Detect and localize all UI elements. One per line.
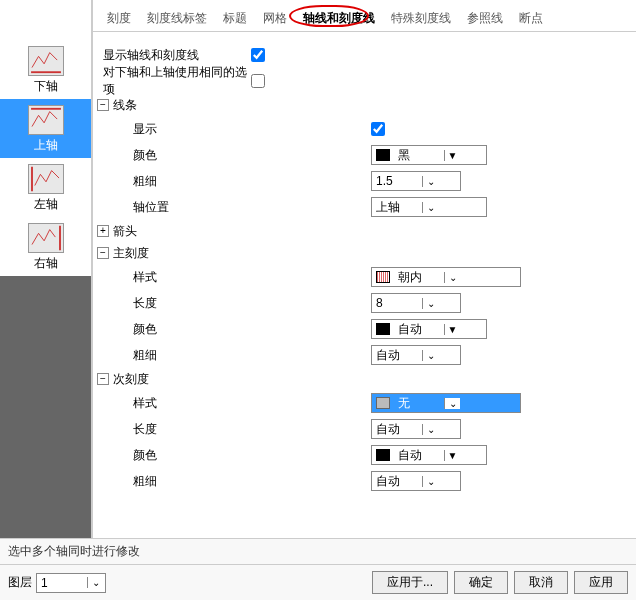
footer-bar: 图层 1 ⌄ 应用于... 确定 取消 应用	[0, 564, 636, 600]
color-swatch-icon	[376, 323, 390, 335]
top-axis-icon	[28, 105, 64, 135]
expand-toggle-arrow[interactable]: +	[97, 225, 109, 237]
tab-special-ticks[interactable]: 特殊刻度线	[383, 6, 459, 31]
color-swatch-icon	[376, 449, 390, 461]
sidebar-item-label: 左轴	[34, 196, 58, 213]
section-minor: − 次刻度	[97, 368, 626, 390]
tick-style-icon	[376, 397, 390, 409]
major-len-combo[interactable]: 8 ⌄	[371, 293, 461, 313]
tab-reference-lines[interactable]: 参照线	[459, 6, 511, 31]
axis-pos-combo[interactable]: 上轴 ⌄	[371, 197, 487, 217]
chevron-down-icon: ▼	[444, 324, 460, 335]
sidebar-item-label: 上轴	[34, 137, 58, 154]
axis-pos-label: 轴位置	[133, 199, 253, 216]
line-color-combo[interactable]: 黑 ▼	[371, 145, 487, 165]
major-weight-combo[interactable]: 自动 ⌄	[371, 345, 461, 365]
section-minor-label: 次刻度	[113, 371, 149, 388]
combo-text: 1	[37, 576, 87, 590]
row-arrow: + 箭头	[97, 220, 626, 242]
combo-text: 黑	[394, 147, 444, 164]
chevron-down-icon: ⌄	[422, 350, 438, 361]
combo-text: 自动	[394, 447, 444, 464]
collapse-toggle-line[interactable]: −	[97, 99, 109, 111]
chevron-down-icon: ⌄	[422, 476, 438, 487]
show-axes-label: 显示轴线和刻度线	[97, 47, 217, 64]
collapse-toggle-major[interactable]: −	[97, 247, 109, 259]
sidebar-item-right-axis[interactable]: 右轴	[0, 217, 91, 276]
line-show-label: 显示	[133, 121, 253, 138]
tab-line-ticks[interactable]: 轴线和刻度线	[295, 6, 383, 31]
row-same-options: 对下轴和上轴使用相同的选项	[97, 68, 626, 94]
footer-right: 应用于... 确定 取消 应用	[372, 571, 628, 594]
minor-len-combo[interactable]: 自动 ⌄	[371, 419, 461, 439]
main-area: 下轴 上轴 左轴 右轴	[0, 0, 636, 538]
sidebar-item-left-axis[interactable]: 左轴	[0, 158, 91, 217]
show-axes-checkbox[interactable]	[251, 48, 265, 62]
minor-color-combo[interactable]: 自动 ▼	[371, 445, 487, 465]
minor-color-label: 颜色	[133, 447, 253, 464]
ok-button[interactable]: 确定	[454, 571, 508, 594]
minor-weight-label: 粗细	[133, 473, 253, 490]
bottom-axis-icon	[28, 46, 64, 76]
major-color-label: 颜色	[133, 321, 253, 338]
chevron-down-icon: ▼	[444, 150, 460, 161]
arrow-label: 箭头	[113, 223, 137, 240]
sidebar-item-bottom-axis[interactable]: 下轴	[0, 40, 91, 99]
layer-combo[interactable]: 1 ⌄	[36, 573, 106, 593]
sidebar-item-label: 下轴	[34, 78, 58, 95]
same-options-label: 对下轴和上轴使用相同的选项	[97, 64, 251, 98]
chevron-down-icon: ⌄	[87, 577, 103, 588]
line-weight-label: 粗细	[133, 173, 253, 190]
minor-style-label: 样式	[133, 395, 253, 412]
line-weight-combo[interactable]: 1.5 ⌄	[371, 171, 461, 191]
tab-scale[interactable]: 刻度	[99, 6, 139, 31]
collapse-toggle-minor[interactable]: −	[97, 373, 109, 385]
major-color-combo[interactable]: 自动 ▼	[371, 319, 487, 339]
layer-label: 图层	[8, 574, 32, 591]
line-show-checkbox[interactable]	[371, 122, 385, 136]
major-style-combo[interactable]: 朝内 ⌄	[371, 267, 521, 287]
apply-to-button[interactable]: 应用于...	[372, 571, 448, 594]
tab-grid[interactable]: 网格	[255, 6, 295, 31]
combo-text: 自动	[372, 421, 422, 438]
sidebar-item-label: 右轴	[34, 255, 58, 272]
chevron-down-icon: ⌄	[422, 176, 438, 187]
settings-panel: 显示轴线和刻度线 对下轴和上轴使用相同的选项 − 线条 显示	[93, 32, 636, 538]
cancel-button[interactable]: 取消	[514, 571, 568, 594]
chevron-down-icon: ⌄	[422, 424, 438, 435]
combo-text: 自动	[394, 321, 444, 338]
tab-breaks[interactable]: 断点	[511, 6, 551, 31]
section-major: − 主刻度	[97, 242, 626, 264]
color-swatch-icon	[376, 149, 390, 161]
sidebar-item-top-axis[interactable]: 上轴	[0, 99, 91, 158]
minor-weight-combo[interactable]: 自动 ⌄	[371, 471, 461, 491]
combo-text: 8	[372, 296, 422, 310]
apply-button[interactable]: 应用	[574, 571, 628, 594]
line-color-label: 颜色	[133, 147, 253, 164]
footer-left: 图层 1 ⌄	[8, 573, 106, 593]
minor-len-label: 长度	[133, 421, 253, 438]
chevron-down-icon: ⌄	[444, 272, 460, 283]
chevron-down-icon: ⌄	[422, 298, 438, 309]
footer-hint: 选中多个轴同时进行修改	[0, 538, 636, 564]
major-weight-label: 粗细	[133, 347, 253, 364]
minor-style-combo[interactable]: 无 ⌄	[371, 393, 521, 413]
axis-list: 下轴 上轴 左轴 右轴	[0, 40, 91, 276]
tab-bar: 刻度 刻度线标签 标题 网格 轴线和刻度线 特殊刻度线 参照线 断点	[93, 0, 636, 32]
tab-title[interactable]: 标题	[215, 6, 255, 31]
combo-text: 朝内	[394, 269, 444, 286]
major-style-label: 样式	[133, 269, 253, 286]
tick-style-icon	[376, 271, 390, 283]
right-axis-icon	[28, 223, 64, 253]
chevron-down-icon: ⌄	[422, 202, 438, 213]
axis-sidebar: 下轴 上轴 左轴 右轴	[0, 0, 92, 538]
sidebar-empty	[0, 276, 91, 538]
combo-text: 自动	[372, 473, 422, 490]
same-options-checkbox[interactable]	[251, 74, 265, 88]
section-major-label: 主刻度	[113, 245, 149, 262]
chevron-down-icon: ▼	[444, 450, 460, 461]
combo-text: 自动	[372, 347, 422, 364]
tab-tick-labels[interactable]: 刻度线标签	[139, 6, 215, 31]
major-len-label: 长度	[133, 295, 253, 312]
tab-label: 轴线和刻度线	[303, 11, 375, 25]
